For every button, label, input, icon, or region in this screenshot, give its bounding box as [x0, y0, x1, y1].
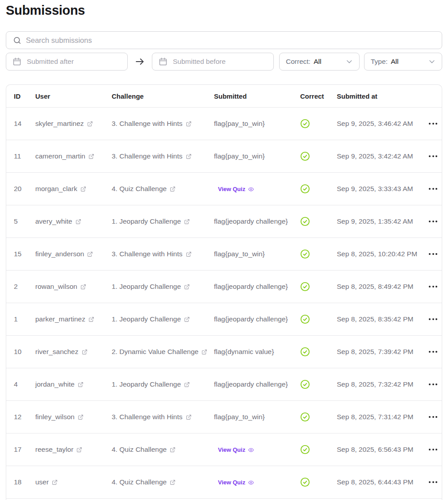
user-link[interactable]: user [35, 478, 58, 486]
submitted-after-input[interactable] [27, 58, 122, 66]
column-header-user: User [35, 92, 112, 100]
challenge-link[interactable]: 4. Quiz Challenge [112, 478, 176, 486]
eye-icon [248, 186, 254, 192]
challenge-link[interactable]: 4. Quiz Challenge [112, 185, 176, 193]
challenge-link[interactable]: 3. Challenge with Hints [112, 152, 192, 160]
user-link[interactable]: finley_anderson [35, 250, 93, 258]
ellipsis-icon [429, 416, 431, 418]
cell-challenge: 1. Jeopardy Challenge [112, 217, 214, 225]
cell-submitted: flag{jeopardy challenge} [214, 217, 300, 225]
row-actions-button[interactable] [428, 185, 438, 192]
circle-check-icon [300, 282, 310, 292]
external-link-icon [87, 251, 93, 257]
table-row: 17 reese_taylor 4. Quiz Challenge View Q… [6, 433, 442, 466]
circle-check-icon [300, 184, 310, 194]
challenge-link[interactable]: 1. Jeopardy Challenge [112, 217, 190, 225]
challenge-link[interactable]: 3. Challenge with Hints [112, 413, 192, 421]
external-link-icon [184, 219, 190, 225]
chevron-down-icon [428, 58, 436, 66]
cell-submitted: View Quiz [214, 446, 300, 454]
user-link[interactable]: river_sanchez [35, 348, 88, 356]
user-link[interactable]: reese_taylor [35, 446, 82, 454]
cell-submitted-at: Sep 8, 2025, 8:35:42 PM [337, 315, 428, 323]
search-input[interactable] [26, 36, 436, 45]
cell-submitted-at: Sep 8, 2025, 7:32:42 PM [337, 380, 428, 388]
cell-submitted-at: Sep 8, 2025, 6:56:43 PM [337, 446, 428, 454]
user-link[interactable]: rowan_wilson [35, 283, 86, 291]
row-actions-button[interactable] [428, 348, 438, 355]
row-actions-button[interactable] [428, 446, 438, 453]
challenge-link[interactable]: 1. Jeopardy Challenge [112, 380, 190, 388]
submitted-before-input[interactable] [173, 58, 268, 66]
user-link[interactable]: cameron_martin [35, 152, 94, 160]
correct-filter-value: All [314, 58, 321, 66]
submitted-flag: flag{pay_to_win} [214, 120, 265, 127]
view-quiz-link[interactable]: View Quiz [218, 446, 254, 453]
chevron-down-icon [345, 58, 353, 66]
cell-challenge: 1. Jeopardy Challenge [112, 380, 214, 388]
submitted-flag: flag{jeopardy challenge} [214, 217, 288, 225]
cell-user: finley_anderson [35, 250, 112, 258]
table-row: 2 rowan_wilson 1. Jeopardy Challenge fla… [6, 270, 442, 303]
ellipsis-icon [432, 221, 434, 222]
challenge-link[interactable]: 4. Quiz Challenge [112, 446, 176, 454]
view-quiz-label: View Quiz [218, 446, 245, 453]
ellipsis-icon [435, 383, 437, 385]
row-actions-button[interactable] [428, 479, 438, 486]
type-filter-label: Type: [371, 58, 388, 66]
row-actions-button[interactable] [428, 153, 438, 160]
user-link[interactable]: avery_white [35, 217, 81, 225]
cell-user: user [35, 478, 112, 486]
circle-check-icon [300, 477, 310, 487]
row-actions-button[interactable] [428, 283, 438, 290]
ellipsis-icon [432, 188, 434, 190]
row-actions-button[interactable] [428, 413, 438, 421]
challenge-link[interactable]: 1. Jeopardy Challenge [112, 283, 190, 291]
correct-filter-select[interactable]: Correct: All [279, 53, 360, 71]
user-link[interactable]: morgan_clark [35, 185, 86, 193]
cell-user: cameron_martin [35, 152, 112, 160]
view-quiz-label: View Quiz [218, 479, 245, 486]
row-actions-button[interactable] [428, 381, 438, 388]
ellipsis-icon [429, 481, 431, 483]
cell-user: river_sanchez [35, 348, 112, 356]
cell-submitted: View Quiz [214, 478, 300, 486]
ellipsis-icon [435, 221, 437, 222]
cell-actions [428, 381, 442, 388]
user-link[interactable]: finley_wilson [35, 413, 84, 421]
table-row: 4 jordan_white 1. Jeopardy Challenge fla… [6, 368, 442, 400]
external-link-icon [170, 479, 176, 485]
ellipsis-icon [432, 481, 434, 483]
row-actions-button[interactable] [428, 250, 438, 258]
table-row [6, 498, 442, 500]
challenge-link[interactable]: 3. Challenge with Hints [112, 250, 192, 258]
challenge-link[interactable]: 2. Dynamic Value Challenge [112, 348, 207, 356]
submitted-flag: flag{jeopardy challenge} [214, 283, 288, 290]
ellipsis-icon [435, 123, 437, 125]
cell-submitted-at: Sep 8, 2025, 7:31:42 PM [337, 413, 428, 421]
external-link-icon [186, 251, 192, 257]
challenge-name: 4. Quiz Challenge [112, 446, 167, 454]
view-quiz-link[interactable]: View Quiz [218, 186, 254, 192]
user-link[interactable]: jordan_white [35, 380, 84, 388]
type-filter-select[interactable]: Type: All [364, 53, 442, 71]
table-row: 18 user 4. Quiz Challenge View Quiz Sep … [6, 466, 442, 498]
cell-actions [428, 283, 442, 290]
ellipsis-icon [432, 123, 434, 125]
cell-actions [428, 446, 442, 453]
row-actions-button[interactable] [428, 316, 438, 323]
row-actions-button[interactable] [428, 120, 438, 127]
submitted-flag: flag{dynamic value} [214, 348, 274, 355]
ellipsis-icon [429, 286, 431, 288]
user-link[interactable]: parker_martinez [35, 315, 94, 323]
challenge-link[interactable]: 1. Jeopardy Challenge [112, 315, 190, 323]
view-quiz-link[interactable]: View Quiz [218, 479, 254, 486]
submitted-flag: flag{jeopardy challenge} [214, 380, 288, 388]
challenge-link[interactable]: 3. Challenge with Hints [112, 120, 192, 128]
user-name: parker_martinez [35, 315, 85, 323]
cell-challenge: 1. Jeopardy Challenge [112, 315, 214, 323]
user-link[interactable]: skyler_martinez [35, 120, 93, 128]
external-link-icon [184, 382, 190, 388]
cell-id: 5 [14, 217, 35, 225]
row-actions-button[interactable] [428, 218, 438, 225]
